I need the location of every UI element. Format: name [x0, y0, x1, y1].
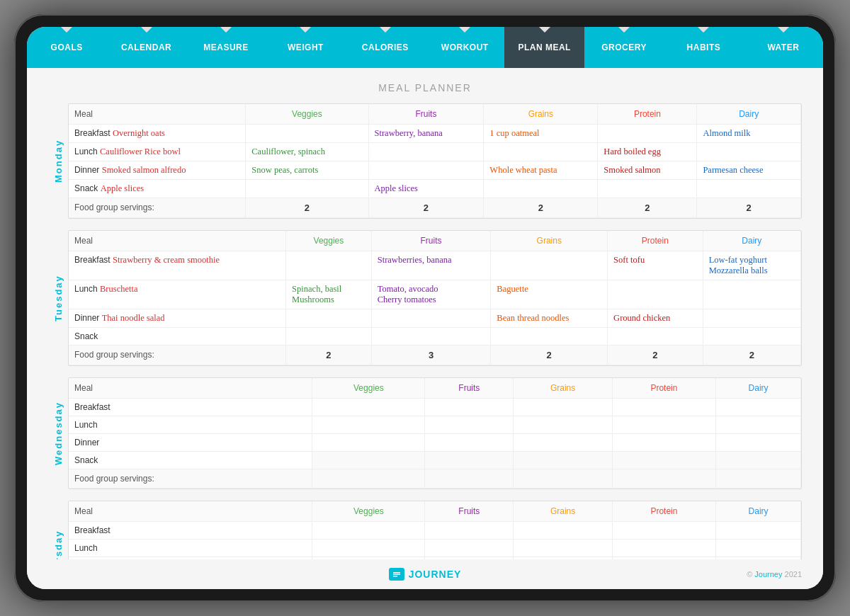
cell-veggies	[286, 328, 372, 346]
day-label-wednesday: Wednesday	[48, 377, 68, 489]
nav-habits[interactable]: HABITS	[664, 27, 743, 68]
journey-link[interactable]: Journey	[754, 570, 782, 578]
cell-fruits	[425, 434, 514, 452]
serving-veggies: 2	[286, 346, 372, 365]
meal-label: Snack	[69, 452, 312, 469]
day-table-monday: Meal Veggies Fruits Grains Protein Dairy…	[68, 103, 802, 219]
day-table-tuesday: Meal Veggies Fruits Grains Protein Dairy…	[68, 230, 802, 366]
cell-protein: Hard boiled egg	[598, 143, 697, 161]
nav-goals[interactable]: GOALS	[27, 27, 106, 68]
cell-fruits: Strawberry, banana	[368, 125, 484, 143]
nav-workout[interactable]: WORKOUT	[425, 27, 504, 68]
meal-label: Lunch	[69, 416, 312, 434]
nav-grocery[interactable]: GROCERY	[584, 27, 664, 68]
table-row: Dinner Smoked salmon alfredo Snow peas, …	[69, 161, 801, 180]
meal-label: Dinner	[69, 434, 312, 452]
meal-name: Apple slices	[101, 183, 144, 193]
cell-grains: Whole wheat pasta	[484, 161, 598, 180]
cell-grains	[514, 540, 612, 557]
table-row: Dinner Thai noodle salad Bean thread noo…	[69, 309, 801, 328]
footer: JOURNEY © Journey 2021	[27, 559, 823, 589]
day-label-monday: Monday	[48, 103, 68, 219]
cell-grains	[514, 399, 612, 416]
serving-fruits: 3	[371, 346, 491, 365]
col-veggies: Veggies	[246, 104, 368, 125]
col-grains: Grains	[491, 231, 608, 251]
serving-veggies: 2	[246, 198, 368, 218]
nav-calendar[interactable]: CALENDAR	[106, 27, 186, 68]
meal-label: Dinner Smoked salmon alfredo	[69, 161, 246, 180]
day-section-monday: Monday Meal Veggies Fruits Grains Protei…	[48, 103, 802, 219]
meal-name: Thai noodle salad	[102, 313, 165, 323]
cell-grains	[491, 251, 608, 280]
table-row: Lunch Cauliflower Rice bowl Cauliflower,…	[69, 143, 801, 161]
col-dairy: Dairy	[703, 231, 800, 251]
col-grains: Grains	[514, 501, 612, 522]
cell-veggies: Snow peas, carrots	[246, 161, 368, 180]
meal-label: Breakfast Strawberry & cream smoothie	[69, 251, 286, 280]
cell-veggies	[246, 125, 368, 143]
brand-name: JOURNEY	[409, 569, 462, 580]
table-row: Lunch	[69, 416, 801, 434]
table-row: Lunch	[69, 540, 801, 557]
nav-plan-meal[interactable]: PLAN MEAL	[504, 27, 584, 68]
servings-label: Food group servings:	[69, 198, 246, 218]
cell-dairy	[716, 434, 801, 452]
table-row: Snack	[69, 452, 801, 469]
cell-grains	[514, 522, 612, 540]
col-dairy: Dairy	[716, 378, 801, 399]
screen: GOALS CALENDAR MEASURE WEIGHT CALORIES W…	[27, 27, 823, 589]
cell-fruits	[425, 399, 514, 416]
page-title: MEAL PLANNER	[48, 82, 802, 93]
table-row: Snack Apple slices Apple slices	[69, 180, 801, 198]
nav-measure[interactable]: MEASURE	[186, 27, 266, 68]
serving-veggies	[312, 469, 425, 489]
meal-name: Overnight oats	[113, 128, 165, 138]
cell-dairy	[716, 452, 801, 469]
serving-grains: 2	[484, 198, 598, 218]
meal-label: Snack Apple slices	[69, 180, 246, 198]
meal-label: Lunch Bruschetta	[69, 280, 286, 309]
nav-weight[interactable]: WEIGHT	[266, 27, 345, 68]
svg-rect-2	[393, 574, 400, 576]
nav-calories[interactable]: CALORIES	[346, 27, 425, 68]
cell-veggies	[246, 180, 368, 198]
serving-dairy	[716, 469, 801, 489]
cell-fruits: Tomato, avocadoCherry tomatoes	[371, 280, 491, 309]
table-row: Breakfast Strawberry & cream smoothie St…	[69, 251, 801, 280]
serving-dairy: 2	[697, 198, 801, 218]
meal-label: Dinner Thai noodle salad	[69, 309, 286, 328]
col-dairy: Dairy	[716, 501, 801, 522]
cell-protein	[598, 180, 697, 198]
meal-name: Bruschetta	[100, 284, 137, 294]
col-protein: Protein	[608, 231, 703, 251]
cell-protein	[608, 280, 703, 309]
cell-protein	[612, 540, 715, 557]
cell-protein	[608, 328, 703, 346]
table-row: Lunch Bruschetta Spinach, basilMushrooms…	[69, 280, 801, 309]
meal-label: Lunch	[69, 540, 312, 557]
journey-logo-icon	[392, 570, 402, 578]
day-section-thursday: Thursday Meal Veggies Fruits Grains Prot…	[48, 501, 802, 559]
day-section-tuesday: Tuesday Meal Veggies Fruits Grains Prote…	[48, 230, 802, 366]
serving-grains: 2	[491, 346, 608, 365]
col-veggies: Veggies	[286, 231, 372, 251]
cell-veggies	[312, 452, 425, 469]
col-protein: Protein	[612, 378, 715, 399]
cell-protein	[612, 434, 715, 452]
cell-dairy	[716, 540, 801, 557]
col-meal: Meal	[69, 104, 246, 125]
cell-veggies	[286, 309, 372, 328]
cell-fruits	[425, 416, 514, 434]
serving-dairy: 2	[703, 346, 800, 365]
serving-fruits	[425, 469, 514, 489]
nav-water[interactable]: WATER	[744, 27, 823, 68]
cell-fruits	[371, 309, 491, 328]
serving-grains	[514, 469, 612, 489]
col-meal: Meal	[69, 231, 286, 251]
cell-dairy: Parmesan cheese	[697, 161, 801, 180]
table-row: Dinner	[69, 434, 801, 452]
cell-protein	[612, 522, 715, 540]
cell-dairy: Almond milk	[697, 125, 801, 143]
table-row: Breakfast	[69, 522, 801, 540]
